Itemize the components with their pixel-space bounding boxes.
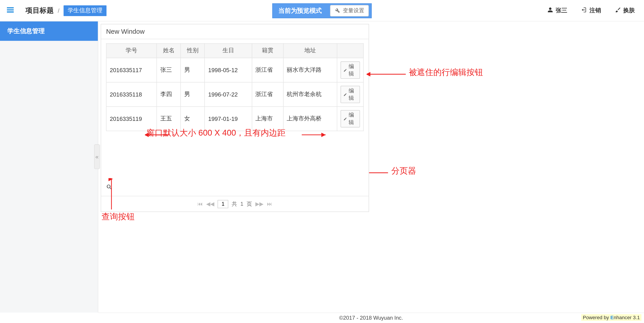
table-row[interactable]: 2016335117张三男1998-05-12浙江省丽水市大洋路编辑 [106, 58, 363, 82]
annotation-window-size [145, 130, 326, 142]
sidebar-item-student-info[interactable]: 学生信息管理 [0, 21, 98, 41]
cell-sid: 2016335117 [106, 58, 157, 82]
annotation-pager-text: 分页器 [391, 165, 416, 176]
variable-settings-label: 变量设置 [343, 7, 364, 14]
window-title: New Window [101, 24, 368, 39]
pager-first[interactable]: ⏮ [198, 201, 203, 207]
powered-by: Powered by Enhancer 3.1 [581, 314, 642, 321]
content-area: New Window 学号 姓名 性别 生日 籍贯 地址 [98, 21, 644, 313]
pager-total-prefix: 共 [232, 200, 237, 208]
cell-addr: 上海市外高桥 [283, 107, 337, 131]
pager-next[interactable]: ▶▶ [255, 201, 264, 207]
main-area: 学生信息管理 « New Window 学号 姓名 性别 生日 籍贯 地址 [0, 21, 644, 313]
breadcrumb-current[interactable]: 学生信息管理 [64, 5, 106, 16]
pencil-icon [344, 68, 347, 72]
footer: ©2017 - 2018 Wuyuan Inc. Powered by Enha… [98, 313, 644, 322]
top-bar: 项目标题 / 学生信息管理 当前为预览模式 变量设置 张三 注销 换肤 [0, 0, 644, 21]
hamburger-menu[interactable] [0, 5, 20, 16]
cell-actions: 编辑 [337, 107, 363, 131]
cell-bday: 1998-05-12 [204, 58, 252, 82]
annotation-pager-arrow [369, 169, 488, 179]
cell-sex: 女 [181, 107, 204, 131]
cell-name: 张三 [157, 58, 181, 82]
cell-addr: 杭州市老余杭 [283, 82, 337, 107]
cell-sex: 男 [181, 82, 204, 107]
col-actions [337, 43, 363, 58]
cell-sid: 2016335119 [106, 107, 157, 131]
pager-total-suffix: 页 [247, 200, 252, 208]
preview-mode-label: 当前为预览模式 [272, 7, 328, 14]
cell-actions: 编辑 [337, 82, 363, 107]
logout-icon [581, 7, 587, 14]
cell-sid: 2016335118 [106, 82, 157, 107]
logout-link[interactable]: 注销 [581, 7, 601, 14]
table-row[interactable]: 2016335118李四男1996-07-22浙江省杭州市老余杭编辑 [106, 82, 363, 107]
col-origin: 籍贯 [252, 43, 283, 58]
sidebar: 学生信息管理 [0, 21, 98, 313]
logout-label: 注销 [590, 7, 601, 14]
annotation-covered-edit-text: 被遮住的行编辑按钮 [409, 67, 483, 78]
col-addr: 地址 [283, 43, 337, 58]
hamburger-icon [6, 5, 15, 14]
col-name: 姓名 [157, 43, 181, 58]
user-name: 张三 [556, 7, 567, 14]
user-icon [548, 7, 553, 14]
cell-sex: 男 [181, 58, 204, 82]
change-skin-label: 换肤 [623, 7, 635, 14]
copyright: ©2017 - 2018 Wuyuan Inc. [339, 315, 403, 321]
pencil-icon [344, 92, 347, 97]
annotation-search-text: 查询按钮 [102, 211, 134, 222]
window-body: 学号 姓名 性别 生日 籍贯 地址 2016335117张三男1998-05-1… [101, 39, 368, 196]
col-bday: 生日 [204, 43, 252, 58]
cell-name: 王五 [157, 107, 181, 131]
cell-bday: 1996-07-22 [204, 82, 252, 107]
cell-addr: 丽水市大洋路 [283, 58, 337, 82]
powered-prefix: Powered by [583, 315, 610, 320]
cell-origin: 上海市 [252, 107, 283, 131]
data-table: 学号 姓名 性别 生日 籍贯 地址 2016335117张三男1998-05-1… [106, 43, 364, 131]
app-title: 项目标题 [26, 6, 54, 15]
cell-origin: 浙江省 [252, 58, 283, 82]
pagination-bar: ⏮ ◀◀ 共 1 页 ▶▶ ⏭ [101, 196, 368, 212]
breadcrumb-separator: / [58, 7, 59, 14]
user-chip[interactable]: 张三 [548, 7, 567, 14]
pager-page-input[interactable] [218, 200, 228, 208]
top-right-links: 张三 注销 换肤 [548, 7, 644, 14]
pager-last[interactable]: ⏭ [267, 201, 272, 207]
cell-bday: 1997-01-19 [204, 107, 252, 131]
wrench-icon [334, 7, 340, 14]
col-sex: 性别 [181, 43, 204, 58]
powered-brand-e: E [610, 315, 614, 320]
powered-brand-rest: nhancer 3.1 [614, 315, 640, 320]
table-row[interactable]: 2016335119王五女1997-01-19上海市上海市外高桥编辑 [106, 107, 363, 131]
cell-origin: 浙江省 [252, 82, 283, 107]
pencil-icon [344, 116, 347, 121]
col-sid: 学号 [106, 43, 157, 58]
annotation-covered-edit-arrow [366, 70, 408, 80]
edit-button[interactable]: 编辑 [340, 110, 360, 128]
title-group: 项目标题 / 学生信息管理 [26, 5, 106, 16]
pager-total: 1 [240, 201, 243, 207]
cell-actions: 编辑 [337, 58, 363, 82]
variable-settings-button[interactable]: 变量设置 [330, 5, 369, 16]
brush-icon [615, 7, 621, 14]
table-header-row: 学号 姓名 性别 生日 籍贯 地址 [106, 43, 363, 58]
window-panel: New Window 学号 姓名 性别 生日 籍贯 地址 [100, 24, 369, 212]
preview-mode-bar: 当前为预览模式 变量设置 [272, 3, 372, 18]
pager-prev[interactable]: ◀◀ [206, 201, 214, 207]
edit-button[interactable]: 编辑 [340, 86, 360, 103]
edit-button[interactable]: 编辑 [340, 61, 360, 79]
search-button[interactable] [106, 184, 113, 192]
search-icon [106, 184, 113, 191]
cell-name: 李四 [157, 82, 181, 107]
change-skin-link[interactable]: 换肤 [615, 7, 635, 14]
